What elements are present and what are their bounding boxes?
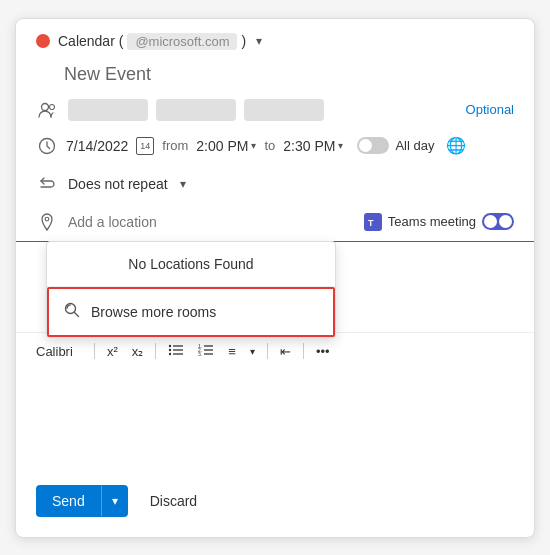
event-date[interactable]: 7/14/2022 <box>66 138 128 154</box>
timezone-icon[interactable]: 🌐 <box>446 136 466 155</box>
svg-text:T: T <box>368 218 374 228</box>
start-time[interactable]: 2:00 PM ▾ <box>196 138 256 154</box>
new-event-title[interactable]: New Event <box>64 64 151 84</box>
attendee-pill-2[interactable] <box>156 99 236 121</box>
subscript-button[interactable]: x₂ <box>128 342 148 361</box>
svg-point-1 <box>50 104 55 109</box>
browse-more-rooms-button[interactable]: Browse more rooms <box>47 287 335 337</box>
number-list-button[interactable]: 1. 2. 3. <box>194 341 218 362</box>
header-row: Calendar (@microsoft.com) ▾ <box>16 19 534 60</box>
attendee-pills <box>68 99 456 121</box>
toolbar-separator-3 <box>267 343 268 359</box>
location-container: T Teams meeting No Locations Found <box>16 203 534 242</box>
people-row: Optional <box>16 93 534 127</box>
bottom-row: Send ▾ Discard <box>16 469 534 521</box>
calendar-email: @microsoft.com <box>127 33 237 50</box>
align-button[interactable]: ≡ <box>224 342 240 361</box>
toolbar-separator-1 <box>94 343 95 359</box>
bullet-list-button[interactable] <box>164 341 188 362</box>
optional-label[interactable]: Optional <box>466 102 514 117</box>
repeat-icon <box>36 173 58 195</box>
svg-text:3.: 3. <box>198 351 202 357</box>
align-chevron-button[interactable]: ▾ <box>246 344 259 359</box>
location-input[interactable] <box>68 214 354 230</box>
new-event-row: New Event <box>16 60 534 93</box>
teams-icon: T <box>364 213 382 231</box>
clock-icon <box>36 135 58 157</box>
teams-switch[interactable] <box>482 213 514 230</box>
toolbar-separator-4 <box>303 343 304 359</box>
teams-meeting-toggle[interactable]: T Teams meeting <box>364 213 514 231</box>
location-icon <box>36 211 58 233</box>
send-chevron-icon[interactable]: ▾ <box>101 486 128 516</box>
to-label: to <box>264 138 275 153</box>
send-label: Send <box>36 485 101 517</box>
allday-label: All day <box>395 138 434 153</box>
repeat-label[interactable]: Does not repeat <box>68 176 168 192</box>
indent-button[interactable]: ⇤ <box>276 342 295 361</box>
repeat-row: Does not repeat ▾ <box>16 165 534 203</box>
allday-switch[interactable] <box>357 137 389 154</box>
toolbar-separator-2 <box>155 343 156 359</box>
repeat-chevron-icon[interactable]: ▾ <box>180 177 186 191</box>
calendar-dot <box>36 34 50 48</box>
svg-point-3 <box>45 217 49 221</box>
calendar-label: Calendar (@microsoft.com) <box>58 33 246 50</box>
browse-rooms-label: Browse more rooms <box>91 304 216 320</box>
font-name-label[interactable]: Calibri <box>36 344 86 359</box>
end-time[interactable]: 2:30 PM ▾ <box>283 138 343 154</box>
attendee-pill-3[interactable] <box>244 99 324 121</box>
teams-label: Teams meeting <box>388 214 476 229</box>
location-row: T Teams meeting <box>16 203 534 242</box>
end-time-chevron: ▾ <box>338 140 343 151</box>
calendar-text-prefix: Calendar ( <box>58 33 123 49</box>
allday-toggle[interactable]: All day <box>357 137 434 154</box>
svg-point-7 <box>169 344 171 346</box>
send-button[interactable]: Send ▾ <box>36 485 128 517</box>
content-area[interactable] <box>16 370 534 469</box>
calendar-text-suffix: ) <box>241 33 246 49</box>
discard-button[interactable]: Discard <box>138 485 209 517</box>
location-dropdown: No Locations Found Browse more rooms <box>46 241 336 338</box>
no-locations-text: No Locations Found <box>47 242 335 287</box>
browse-rooms-icon <box>63 301 81 323</box>
superscript-button[interactable]: x² <box>103 342 122 361</box>
svg-point-9 <box>169 348 171 350</box>
svg-point-11 <box>169 352 171 354</box>
from-label: from <box>162 138 188 153</box>
people-icon <box>36 99 58 121</box>
event-window: Calendar (@microsoft.com) ▾ New Event Op… <box>15 18 535 538</box>
svg-point-0 <box>42 103 49 110</box>
datetime-row: 7/14/2022 14 from 2:00 PM ▾ to 2:30 PM ▾… <box>16 127 534 165</box>
start-time-chevron: ▾ <box>251 140 256 151</box>
more-options-button[interactable]: ••• <box>312 342 334 361</box>
attendee-pill-1[interactable] <box>68 99 148 121</box>
calendar-chevron-icon[interactable]: ▾ <box>256 34 262 48</box>
calendar-icon[interactable]: 14 <box>136 137 154 155</box>
